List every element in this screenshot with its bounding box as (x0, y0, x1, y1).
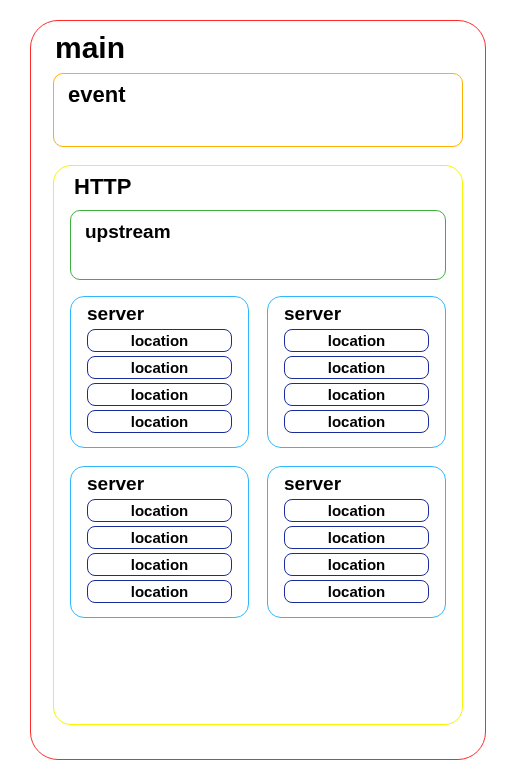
location-block: location (284, 580, 429, 603)
location-block: location (284, 383, 429, 406)
location-block: location (284, 499, 429, 522)
location-block: location (87, 329, 232, 352)
upstream-context: upstream (70, 210, 446, 280)
location-block: location (284, 553, 429, 576)
upstream-label: upstream (85, 221, 431, 243)
server-context: server location location location locati… (267, 296, 446, 448)
event-context: event (53, 73, 463, 147)
location-block: location (87, 383, 232, 406)
main-context: main event HTTP upstream server location… (30, 20, 486, 760)
location-block: location (284, 410, 429, 433)
location-block: location (284, 329, 429, 352)
server-label: server (284, 303, 435, 325)
location-block: location (284, 526, 429, 549)
location-block: location (87, 356, 232, 379)
event-label: event (68, 82, 448, 108)
server-label: server (87, 303, 238, 325)
location-block: location (87, 580, 232, 603)
server-label: server (284, 473, 435, 495)
server-label: server (87, 473, 238, 495)
http-context: HTTP upstream server location location l… (53, 165, 463, 725)
server-context: server location location location locati… (70, 296, 249, 448)
location-block: location (87, 553, 232, 576)
http-label: HTTP (74, 174, 448, 200)
location-block: location (87, 526, 232, 549)
server-grid: server location location location locati… (70, 296, 446, 618)
location-block: location (284, 356, 429, 379)
server-context: server location location location locati… (70, 466, 249, 618)
location-block: location (87, 499, 232, 522)
location-block: location (87, 410, 232, 433)
server-context: server location location location locati… (267, 466, 446, 618)
main-label: main (55, 31, 467, 65)
